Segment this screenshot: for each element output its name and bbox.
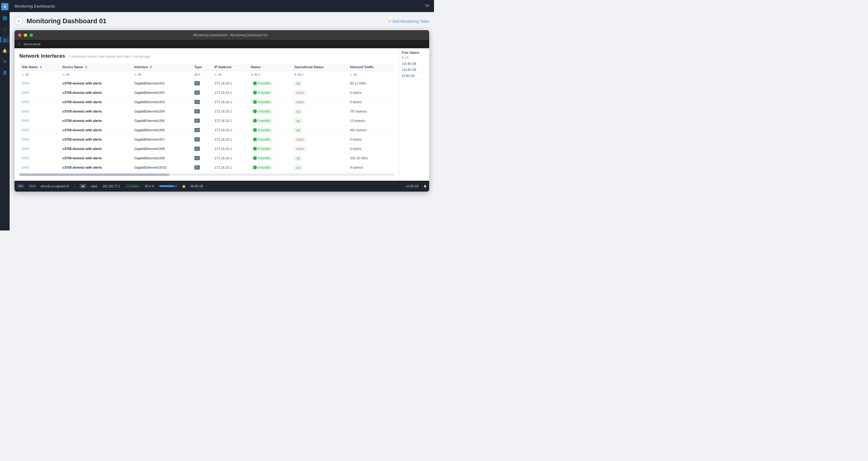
bottom-days-icon: ↑ <box>127 185 128 188</box>
cell-traffic-8: 229.10 KB/s <box>347 153 394 163</box>
bottom-free-space: 96.88 GB <box>190 185 203 188</box>
status-badge-9: ↑ 9 months <box>251 165 273 170</box>
cell-status-8: ↑ 9 months <box>248 153 292 163</box>
table-row[interactable]: OVO c3750-domotz with alerts GigabitEthe… <box>19 135 394 144</box>
page-header: + Monitoring Dashboard 01 + Add Monitori… <box>14 17 429 25</box>
table-heading: Network Interfaces <box>19 53 65 59</box>
cell-ip-3: 172.16.10.1 <box>212 107 248 116</box>
table-row[interactable]: OVO c3750-domotz with alerts GigabitEthe… <box>19 97 394 107</box>
cell-interface-3: GigabitEthernet1/0/4 <box>132 107 192 116</box>
cell-device-1: c3750-domotz with alerts <box>60 88 132 97</box>
cell-interface-7: GigabitEthernet1/0/8 <box>132 144 192 153</box>
table-row[interactable]: OVO c3750-domotz with alerts GigabitEthe… <box>19 88 394 97</box>
svg-rect-23 <box>195 131 199 131</box>
status-badge-8: ↑ 9 months <box>251 156 273 161</box>
cell-op-6: down <box>292 135 347 144</box>
col-op-status[interactable]: Operational Status <box>292 63 347 71</box>
browser-minimize-dot[interactable] <box>24 33 27 37</box>
cell-status-4: ↑ 9 months <box>248 116 292 125</box>
table-row[interactable]: OVO c3750-domotz with alerts GigabitEthe… <box>19 153 394 163</box>
status-badge-3: ↑ 9 months <box>251 109 273 114</box>
cell-op-8: up <box>292 153 347 163</box>
svg-rect-1 <box>195 82 199 83</box>
sidebar-icon-user[interactable]: 👤 <box>2 69 8 76</box>
svg-rect-33 <box>195 157 199 157</box>
table-row[interactable]: OVO c3750-domotz with alerts GigabitEthe… <box>19 107 394 116</box>
op-status-2: down <box>294 100 306 105</box>
sidebar-logo[interactable]: d <box>1 3 8 10</box>
table-body: OVO c3750-domotz with alerts GigabitEthe… <box>19 79 394 172</box>
sidebar-icon-hex[interactable]: ⬡ <box>2 26 8 32</box>
filter-type[interactable]: All ▾ <box>192 71 212 79</box>
filter-interface[interactable]: ⇅ All <box>132 71 192 79</box>
svg-rect-22 <box>195 130 199 130</box>
filter-inbound[interactable]: ⇅ All <box>347 71 394 79</box>
topbar-map-icon[interactable]: 🗺 <box>425 4 429 8</box>
browser-maximize-dot[interactable] <box>30 33 33 37</box>
cell-traffic-0: 85.12 KB/s <box>347 79 394 88</box>
svg-rect-14 <box>195 111 199 112</box>
filter-device[interactable]: ⇅ All <box>60 71 132 79</box>
badge-icon-1: ↑ <box>253 91 257 94</box>
cell-interface-2: GigabitEthernet1/0/3 <box>132 97 192 107</box>
table-row[interactable]: OVO c3750-domotz with alerts GigabitEthe… <box>19 125 394 135</box>
browser-info-icon: ⓘ <box>18 42 21 46</box>
col-inbound[interactable]: Inbound Traffic <box>347 63 394 71</box>
browser-close-dot[interactable] <box>18 33 22 37</box>
filter-status[interactable]: ⇅ All ▾ <box>248 71 292 79</box>
sidebar-icon-globe[interactable]: 🌐 <box>2 15 8 21</box>
col-device-name[interactable]: Device Name ⇅ <box>60 63 132 71</box>
filter-op-status[interactable]: ⇅ All ▾ <box>292 71 347 79</box>
cell-ip-1: 172.16.10.1 <box>212 88 248 97</box>
add-button[interactable]: + <box>14 17 23 25</box>
cell-op-2: down <box>292 97 347 107</box>
type-icon-6 <box>194 137 200 142</box>
filter-icon-op: ⇅ <box>294 73 297 76</box>
svg-rect-3 <box>195 84 199 84</box>
table-row[interactable]: OVO c3750-domotz with alerts GigabitEthe… <box>19 144 394 153</box>
table-row[interactable]: OVO c3750-domotz with alerts GigabitEthe… <box>19 79 394 88</box>
sidebar-icon-dashboard[interactable]: ▤ <box>0 37 10 43</box>
filter-ip[interactable]: ⇅ All <box>212 71 248 79</box>
browser-url: about:blank <box>24 42 41 46</box>
sidebar-icon-bell[interactable]: 🔔 <box>2 48 8 54</box>
cell-ip-5: 172.16.10.1 <box>212 125 248 135</box>
cell-op-5: up <box>292 125 347 135</box>
table-section: Network Interfaces 1 monitored device | … <box>14 48 399 181</box>
add-monitoring-table-button[interactable]: + Add Monitoring Table <box>389 19 430 24</box>
right-panel-filter[interactable]: ⇅ All <box>402 56 427 59</box>
col-type[interactable]: Type <box>192 63 212 71</box>
table-row[interactable]: OVO c3750-domotz with alerts GigabitEthe… <box>19 116 394 125</box>
cell-site-8: OVO <box>19 153 60 163</box>
cell-traffic-1: 0 byte/s <box>347 88 394 97</box>
cell-ip-4: 172.16.10.1 <box>212 116 248 125</box>
cell-ip-0: 172.16.10.1 <box>212 79 248 88</box>
horizontal-scrollbar[interactable] <box>19 173 394 176</box>
cell-device-8: c3750-domotz with alerts <box>60 153 132 163</box>
col-status[interactable]: Status <box>248 63 292 71</box>
browser-window: Monitoring Dashboards - Monitoring Dashb… <box>14 30 429 192</box>
cell-op-3: up <box>292 107 347 116</box>
sidebar-icon-tools[interactable]: ⚙ <box>2 59 8 64</box>
cell-device-3: c3750-domotz with alerts <box>60 107 132 116</box>
topbar: Monitoring Dashboards 🗺 <box>10 0 434 12</box>
col-ip[interactable]: IP Address <box>212 63 248 71</box>
cell-status-2: ↑ 9 months <box>248 97 292 107</box>
horizontal-scrollbar-thumb[interactable] <box>19 173 169 176</box>
table-row[interactable]: OVO c3750-domotz with alerts GigabitEthe… <box>19 163 394 172</box>
cell-device-2: c3750-domotz with alerts <box>60 97 132 107</box>
right-panel-filter-icon: ⇅ <box>402 56 404 59</box>
col-site-name[interactable]: Site Name ⇅ <box>19 63 60 71</box>
col-interface[interactable]: Interface ⇅ <box>132 63 192 71</box>
bottom-days-badge: ↑ 11 days <box>125 184 140 188</box>
filter-device-label: All <box>66 73 69 76</box>
filter-op-label: All <box>298 73 301 76</box>
cell-type-0 <box>192 79 212 88</box>
cell-status-0: ↑ 9 months <box>248 79 292 88</box>
filter-site[interactable]: ⇅ All <box>19 71 60 79</box>
svg-rect-11 <box>195 103 199 103</box>
table-header: Site Name ⇅ Device Name ⇅ Interface ⇅ <box>19 63 394 71</box>
bottom-ip: 192.168.77.2 <box>102 185 120 188</box>
cell-site-6: OVO <box>19 135 60 144</box>
browser-window-title: Monitoring Dashboards - Monitoring Dashb… <box>35 33 426 37</box>
